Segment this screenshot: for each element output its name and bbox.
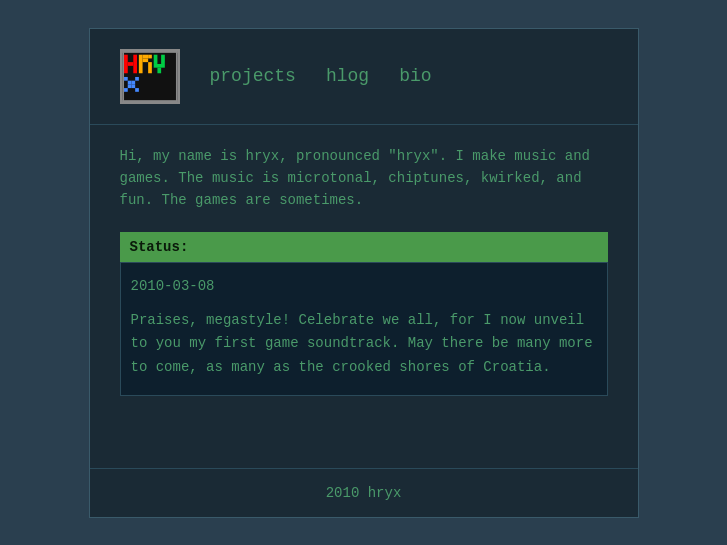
svg-rect-4: [138, 54, 142, 73]
svg-rect-1: [124, 54, 128, 73]
svg-rect-0: [122, 51, 178, 102]
svg-rect-8: [148, 62, 152, 73]
status-content: 2010-03-08 Praises, megastyle! Celebrate…: [120, 262, 608, 396]
svg-rect-18: [131, 84, 135, 88]
copyright-text: 2010 hryx: [326, 485, 402, 501]
svg-rect-13: [124, 76, 128, 80]
svg-rect-6: [148, 54, 152, 58]
nav-bio[interactable]: bio: [399, 66, 431, 86]
footer: 2010 hryx: [90, 468, 638, 517]
status-bar: Status:: [120, 232, 608, 262]
svg-rect-16: [131, 80, 135, 84]
status-message: Praises, megastyle! Celebrate we all, fo…: [131, 309, 597, 380]
intro-text: Hi, my name is hryx, pronounced "hryx". …: [120, 145, 608, 212]
svg-rect-20: [135, 88, 139, 92]
nav-hlog[interactable]: hlog: [326, 66, 369, 86]
svg-rect-17: [127, 84, 131, 88]
logo[interactable]: [120, 49, 180, 104]
status-label: Status:: [130, 239, 189, 255]
svg-rect-19: [124, 88, 128, 92]
svg-rect-22: [122, 100, 178, 102]
nav-projects[interactable]: projects: [210, 66, 296, 86]
svg-rect-2: [127, 62, 133, 66]
svg-rect-24: [175, 51, 177, 102]
svg-rect-23: [122, 51, 124, 102]
svg-rect-11: [153, 63, 164, 67]
main-content: Hi, my name is hryx, pronounced "hryx". …: [90, 125, 638, 468]
svg-rect-21: [122, 51, 178, 53]
page-container: projects hlog bio Hi, my name is hryx, p…: [89, 28, 639, 518]
svg-rect-10: [161, 54, 165, 63]
status-section: Status: 2010-03-08 Praises, megastyle! C…: [120, 232, 608, 396]
status-date: 2010-03-08: [131, 278, 597, 294]
svg-rect-9: [153, 54, 157, 63]
svg-rect-15: [127, 80, 131, 84]
svg-rect-7: [142, 58, 148, 62]
header: projects hlog bio: [90, 29, 638, 125]
nav: projects hlog bio: [210, 66, 432, 86]
svg-rect-12: [157, 67, 161, 73]
svg-rect-14: [135, 76, 139, 80]
svg-rect-3: [133, 54, 137, 73]
svg-rect-5: [142, 54, 148, 58]
